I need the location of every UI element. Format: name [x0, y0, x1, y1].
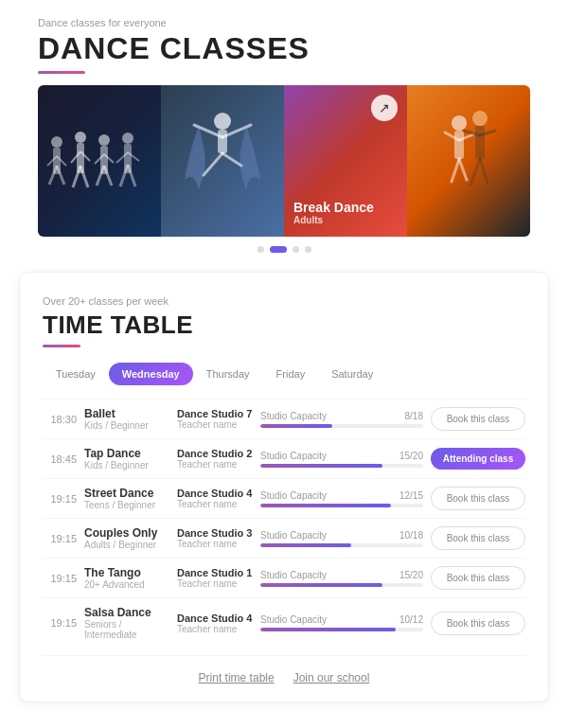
row-teacher-name: Teacher name: [177, 578, 253, 589]
row-studio-info: Dance Studio 1 Teacher name: [177, 567, 253, 589]
capacity-text: Studio Capacity: [260, 490, 327, 501]
carousel-item-ballet[interactable]: [38, 85, 161, 237]
timetable-section: Over 20+ classes per week TIME TABLE Tue…: [19, 272, 549, 702]
capacity-bar: [260, 628, 423, 631]
carousel-item-tango[interactable]: [407, 85, 530, 237]
row-class-name: Street Dance: [84, 487, 169, 500]
svg-point-36: [472, 111, 488, 126]
row-class-name: Salsa Dance: [84, 606, 169, 619]
row-class-level: 20+ Advanced: [84, 579, 169, 590]
carousel-section: ↗ Break Dance Adults: [0, 85, 568, 253]
svg-rect-37: [475, 126, 485, 159]
row-capacity: Studio Capacity 12/15: [260, 490, 423, 507]
book-class-button[interactable]: Book this class: [431, 487, 525, 510]
row-studio-info: Dance Studio 7 Teacher name: [177, 408, 253, 430]
row-class-level: Kids / Beginner: [84, 460, 169, 471]
row-time: 19:15: [43, 533, 77, 544]
book-class-button[interactable]: Book this class: [431, 566, 525, 590]
carousel-item-jump[interactable]: [161, 85, 284, 237]
capacity-bar: [260, 424, 423, 428]
svg-point-12: [98, 134, 110, 146]
row-time: 18:45: [43, 453, 77, 465]
carousel-class-name: Break Dance: [293, 200, 374, 215]
carousel-arrow[interactable]: ↗: [371, 95, 398, 121]
tab-tuesday[interactable]: Tuesday: [43, 363, 109, 385]
svg-line-40: [470, 159, 480, 185]
capacity-text: Studio Capacity: [260, 570, 327, 580]
capacity-count: 15/20: [399, 451, 423, 461]
row-class-name: Tap Dance: [84, 447, 169, 460]
tab-friday[interactable]: Friday: [263, 363, 319, 385]
carousel-dot-3[interactable]: [293, 246, 299, 253]
row-time: 18:30: [43, 414, 77, 425]
row-teacher-name: Teacher name: [177, 459, 253, 470]
timetable-subtitle: Over 20+ classes per week: [43, 295, 525, 307]
row-capacity-label: Studio Capacity 15/20: [260, 451, 423, 461]
dancer-jump-svg: [161, 104, 284, 237]
carousel-label-3: Break Dance Adults: [293, 200, 374, 225]
timetable-title: TIME TABLE: [43, 311, 525, 340]
row-studio-info: Dance Studio 2 Teacher name: [177, 448, 253, 470]
capacity-fill: [260, 628, 396, 631]
row-class-level: Seniors / Intermediate: [84, 619, 169, 640]
carousel-dot-2[interactable]: [270, 246, 287, 253]
carousel-dot-4[interactable]: [305, 246, 311, 253]
svg-point-18: [122, 133, 133, 144]
capacity-text: Studio Capacity: [260, 530, 327, 541]
svg-line-35: [459, 159, 467, 180]
row-time: 19:15: [43, 617, 77, 629]
row-studio-info: Dance Studio 4 Teacher name: [177, 488, 253, 509]
book-class-button[interactable]: Book this class: [431, 612, 525, 635]
row-class-level: Adults / Beginner: [84, 540, 169, 550]
row-studio-name: Dance Studio 4: [177, 488, 253, 499]
table-row: 19:15 Couples Only Adults / Beginner Dan…: [43, 518, 525, 558]
table-row: 18:30 Ballet Kids / Beginner Dance Studi…: [43, 399, 525, 438]
row-studio-info: Dance Studio 4 Teacher name: [177, 613, 253, 634]
print-timetable-link[interactable]: Print time table: [199, 671, 275, 684]
capacity-bar: [260, 504, 423, 507]
day-tabs: Tuesday Wednesday Thursday Friday Saturd…: [43, 363, 525, 385]
instructors-section: We hire only the best MEET THE INSTRUCTO…: [0, 721, 568, 728]
row-capacity: Studio Capacity 15/20: [260, 451, 423, 468]
book-class-button[interactable]: Book this class: [431, 407, 525, 431]
svg-line-29: [222, 153, 241, 166]
row-capacity: Studio Capacity 15/20: [260, 570, 423, 587]
table-row: 19:15 Salsa Dance Seniors / Intermediate…: [43, 597, 525, 648]
header-underline: [38, 71, 85, 74]
row-studio-info: Dance Studio 3 Teacher name: [177, 527, 253, 549]
carousel-track: ↗ Break Dance Adults: [38, 85, 530, 237]
tab-wednesday[interactable]: Wednesday: [109, 363, 193, 385]
row-class-info: Salsa Dance Seniors / Intermediate: [84, 606, 169, 640]
row-teacher-name: Teacher name: [177, 499, 253, 509]
row-studio-name: Dance Studio 2: [177, 448, 253, 459]
row-capacity-label: Studio Capacity 10/18: [260, 530, 423, 541]
capacity-text: Studio Capacity: [260, 614, 327, 625]
timetable-underline: [43, 345, 80, 347]
row-capacity: Studio Capacity 10/12: [260, 614, 423, 631]
capacity-count: 12/15: [399, 490, 423, 501]
tab-saturday[interactable]: Saturday: [318, 363, 386, 385]
capacity-fill: [260, 583, 382, 587]
carousel-dot-1[interactable]: [257, 246, 264, 253]
join-school-link[interactable]: Join our school: [293, 671, 370, 684]
row-class-info: Tap Dance Kids / Beginner: [84, 447, 169, 471]
capacity-bar: [260, 464, 423, 468]
row-time: 19:15: [43, 573, 77, 584]
row-capacity-label: Studio Capacity 8/18: [260, 411, 423, 421]
svg-line-41: [480, 159, 488, 183]
svg-point-24: [214, 113, 231, 130]
row-class-info: The Tango 20+ Advanced: [84, 566, 169, 590]
svg-point-0: [51, 136, 62, 148]
dancer-tango-svg: [407, 104, 530, 237]
book-class-button[interactable]: Attending class: [431, 448, 525, 470]
carousel-item-breakdance[interactable]: ↗ Break Dance Adults: [284, 85, 407, 237]
timetable-footer: Print time table Join our school: [43, 655, 525, 684]
row-studio-name: Dance Studio 4: [177, 613, 253, 624]
row-studio-name: Dance Studio 3: [177, 527, 253, 539]
row-capacity: Studio Capacity 8/18: [260, 411, 423, 428]
book-class-button[interactable]: Book this class: [431, 526, 525, 550]
svg-line-28: [204, 153, 222, 175]
tab-thursday[interactable]: Thursday: [193, 363, 263, 385]
carousel-class-level: Adults: [293, 215, 374, 225]
row-studio-name: Dance Studio 7: [177, 408, 253, 419]
